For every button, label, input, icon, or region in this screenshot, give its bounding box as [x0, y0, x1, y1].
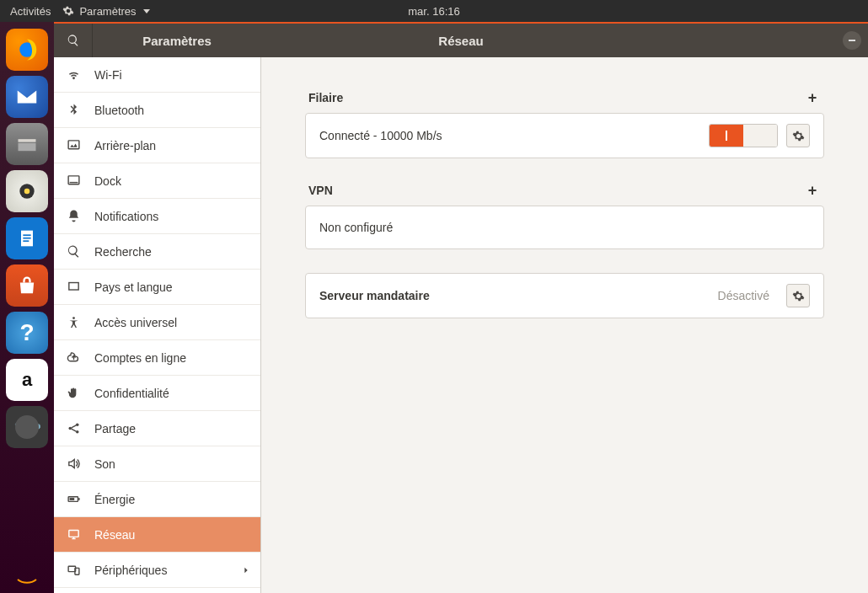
gear-icon [792, 290, 805, 302]
svg-rect-6 [23, 234, 30, 236]
sidebar-item-privacy[interactable]: Confidentialité [54, 376, 260, 411]
sidebar-item-label: Recherche [94, 245, 152, 259]
svg-point-4 [24, 189, 30, 195]
search-button[interactable] [54, 24, 93, 57]
sidebar-item-region[interactable]: Pays et langue [54, 270, 260, 305]
share-icon [66, 421, 81, 436]
svg-rect-8 [23, 240, 29, 242]
sidebar-item-sharing[interactable]: Partage [54, 411, 260, 446]
settings-window: Paramètres Réseau Wi-Fi Bluetooth Arrièr… [54, 22, 868, 593]
search-icon [67, 34, 80, 47]
chevron-down-icon [143, 9, 150, 13]
sidebar-item-label: Réseau [94, 528, 135, 542]
dock-ubuntu-software[interactable] [6, 264, 48, 307]
dock-amazon[interactable]: a [6, 359, 48, 401]
settings-sidebar: Wi-Fi Bluetooth Arrière-plan Dock Notifi… [54, 57, 261, 593]
battery-icon [66, 492, 81, 507]
search-icon [66, 244, 81, 259]
app-menu-label: Paramètres [79, 5, 136, 18]
dock-rhythmbox[interactable] [6, 170, 48, 212]
sidebar-item-wifi[interactable]: Wi-Fi [54, 57, 260, 93]
sidebar-title: Paramètres [93, 34, 261, 48]
wired-settings-button[interactable] [786, 124, 810, 147]
svg-rect-7 [23, 238, 30, 239]
vpn-card: Non configuré [305, 206, 824, 249]
sidebar-item-label: Pays et langue [94, 280, 173, 294]
activities-label: Activités [10, 5, 51, 18]
wired-card: Connecté - 10000 Mb/s [305, 113, 824, 158]
dock-help[interactable]: ? [6, 312, 48, 354]
devices-icon [66, 563, 81, 578]
sidebar-item-label: Arrière-plan [94, 139, 156, 152]
wifi-icon [66, 67, 81, 83]
proxy-title: Serveur mandataire [319, 289, 430, 302]
sidebar-item-label: Son [94, 457, 115, 471]
app-menu-button[interactable]: Paramètres [62, 5, 149, 18]
globe-icon [66, 280, 81, 295]
sidebar-item-accessibility[interactable]: Accès universel [54, 305, 260, 340]
cloud-sync-icon [66, 350, 81, 366]
panel-title: Réseau [438, 34, 483, 48]
svg-rect-1 [19, 139, 36, 142]
svg-rect-12 [68, 283, 78, 291]
svg-point-13 [72, 317, 75, 319]
clock[interactable]: mar. 16:16 [408, 5, 459, 18]
dock-icon [66, 174, 81, 189]
activities-button[interactable]: Activités [10, 5, 51, 18]
sidebar-item-label: Comptes en ligne [94, 351, 186, 365]
sidebar-item-label: Bluetooth [94, 104, 144, 117]
sidebar-item-label: Dock [94, 174, 121, 188]
hand-icon [66, 386, 81, 401]
sidebar-item-sound[interactable]: Son [54, 446, 260, 482]
sidebar-item-bluetooth[interactable]: Bluetooth [54, 93, 260, 128]
svg-rect-11 [69, 182, 78, 183]
bell-icon [66, 209, 81, 224]
network-icon [66, 527, 81, 542]
gear-icon [792, 130, 805, 142]
svg-rect-9 [68, 141, 79, 149]
add-wired-button[interactable]: + [804, 89, 821, 106]
dock-firefox[interactable] [6, 29, 48, 71]
sidebar-item-background[interactable]: Arrière-plan [54, 128, 260, 163]
wired-status: Connecté - 10000 Mb/s [319, 129, 442, 142]
sidebar-item-network[interactable]: Réseau [54, 517, 260, 553]
sidebar-item-online-accounts[interactable]: Comptes en ligne [54, 340, 260, 376]
sidebar-item-label: Énergie [94, 493, 135, 506]
sidebar-item-label: Wi-Fi [94, 68, 122, 82]
dock-thunderbird[interactable] [6, 76, 48, 118]
sidebar-item-dock[interactable]: Dock [54, 163, 260, 199]
accessibility-icon [66, 315, 81, 330]
minimize-button[interactable] [843, 31, 861, 50]
svg-rect-2 [19, 143, 36, 151]
launcher-dock: ? a 🔧 [0, 22, 54, 593]
wired-section-title: Filaire [308, 91, 343, 104]
dock-libreoffice-writer[interactable] [6, 217, 48, 259]
proxy-status: Désactivé [718, 289, 769, 302]
speaker-icon [66, 457, 81, 472]
svg-rect-18 [78, 498, 79, 500]
dock-files[interactable] [6, 123, 48, 165]
dock-settings[interactable]: 🔧 [6, 406, 48, 448]
header-bar: Paramètres Réseau [54, 24, 868, 57]
sidebar-item-power[interactable]: Énergie [54, 482, 260, 517]
chevron-right-icon [242, 564, 250, 577]
sidebar-item-label: Partage [94, 422, 136, 435]
svg-rect-20 [68, 531, 78, 537]
sidebar-item-devices[interactable]: Périphériques [54, 553, 260, 588]
sidebar-item-label: Accès universel [94, 316, 177, 329]
wired-toggle[interactable] [709, 124, 778, 147]
sidebar-item-notifications[interactable]: Notifications [54, 199, 260, 234]
sidebar-item-label: Périphériques [94, 564, 167, 577]
vpn-section-title: VPN [308, 184, 333, 197]
proxy-card: Serveur mandataire Désactivé [305, 273, 824, 318]
add-vpn-button[interactable]: + [804, 182, 821, 199]
network-panel: Filaire + Connecté - 10000 Mb/s [261, 57, 868, 593]
sidebar-item-search[interactable]: Recherche [54, 234, 260, 270]
proxy-settings-button[interactable] [786, 284, 810, 307]
svg-rect-19 [69, 498, 74, 500]
gnome-top-bar: Activités Paramètres mar. 16:16 [0, 0, 868, 22]
sidebar-item-label: Confidentialité [94, 387, 169, 400]
vpn-status: Non configuré [319, 221, 393, 234]
bluetooth-icon [66, 103, 81, 118]
background-icon [66, 138, 81, 153]
